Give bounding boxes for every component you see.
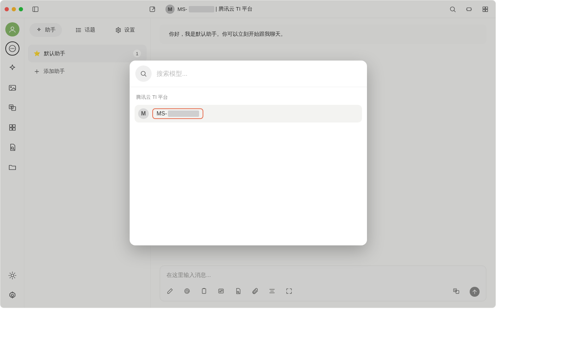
- image-icon: [8, 84, 17, 92]
- svg-rect-20: [13, 125, 15, 127]
- svg-point-31: [76, 30, 77, 30]
- search-icon: [140, 70, 147, 77]
- title-masked-segment: [189, 6, 214, 12]
- spacing-icon: [268, 288, 276, 295]
- nav-discover[interactable]: [5, 61, 20, 75]
- title-area[interactable]: M MS- | 腾讯云 TI 平台: [165, 5, 253, 14]
- plus-icon: [34, 68, 40, 75]
- model-name-prefix: MS-: [157, 110, 167, 117]
- svg-point-26: [11, 294, 13, 296]
- add-assistant-button[interactable]: 添加助手: [28, 62, 147, 80]
- svg-rect-8: [483, 9, 485, 11]
- maximize-window-button[interactable]: [19, 7, 23, 11]
- svg-point-12: [11, 49, 11, 49]
- tab-settings[interactable]: 设置: [109, 23, 141, 37]
- mention-button[interactable]: [183, 288, 191, 296]
- sun-icon: [8, 271, 17, 280]
- profile-button[interactable]: [5, 22, 19, 36]
- layout-icon: [465, 6, 473, 13]
- gear-small-icon: [115, 27, 121, 33]
- tab-topics[interactable]: 话题: [69, 23, 102, 37]
- theme-toggle[interactable]: [5, 268, 20, 283]
- sliders-icon: [217, 288, 225, 295]
- svg-point-14: [13, 49, 14, 49]
- send-button[interactable]: [470, 287, 480, 297]
- compose-button[interactable]: [146, 3, 158, 15]
- svg-rect-9: [486, 9, 488, 11]
- model-item[interactable]: M MS-: [135, 105, 362, 123]
- nav-translate[interactable]: [5, 100, 20, 115]
- sparkle-small-icon: [36, 27, 42, 33]
- format-button[interactable]: [268, 288, 276, 296]
- svg-point-25: [11, 274, 14, 277]
- title-prefix: MS-: [177, 6, 187, 12]
- screen-share-button[interactable]: [463, 3, 475, 15]
- tab-topics-label: 话题: [85, 27, 95, 33]
- nav-file-search[interactable]: [5, 140, 20, 155]
- translate-small-icon: [453, 288, 460, 295]
- assistant-list: ⭐ 默认助手 1 添加助手: [28, 45, 147, 80]
- svg-point-33: [118, 29, 119, 31]
- compose-icon: [149, 6, 156, 13]
- svg-point-10: [11, 27, 14, 30]
- grid-icon: [482, 6, 489, 13]
- modal-search-icon-wrapper: [135, 66, 152, 82]
- file-scan-button[interactable]: [234, 288, 242, 296]
- assistant-item-default[interactable]: ⭐ 默认助手 1: [28, 45, 147, 62]
- settings-button[interactable]: [5, 288, 20, 303]
- greeting-message: 你好，我是默认助手。你可以立刻开始跟我聊天。: [160, 24, 486, 44]
- svg-rect-22: [13, 128, 15, 130]
- minimize-window-button[interactable]: [12, 7, 16, 11]
- at-icon: [183, 288, 191, 295]
- prompt-button[interactable]: [200, 288, 208, 296]
- message-input-placeholder: 在这里输入消息...: [166, 272, 480, 279]
- model-search-input[interactable]: [157, 70, 361, 78]
- tab-assistant[interactable]: 助手: [29, 23, 62, 37]
- left-rail: [0, 18, 24, 308]
- assistant-item-label: 默认助手: [44, 50, 65, 57]
- apps-button[interactable]: [479, 3, 491, 15]
- svg-rect-21: [10, 128, 12, 130]
- modal-search-row: [130, 61, 367, 87]
- svg-line-24: [13, 149, 14, 150]
- toggle-sidebar-button[interactable]: [29, 3, 41, 15]
- add-assistant-label: 添加助手: [44, 68, 65, 75]
- sparkle-icon: [8, 64, 17, 72]
- svg-point-23: [11, 147, 13, 149]
- file-scan-icon: [234, 288, 242, 295]
- svg-rect-5: [467, 7, 471, 10]
- expand-button[interactable]: [285, 288, 293, 296]
- user-icon: [8, 25, 17, 34]
- arrow-up-icon: [471, 288, 478, 295]
- svg-point-32: [76, 31, 77, 32]
- svg-point-30: [76, 28, 77, 29]
- edit-button[interactable]: [166, 288, 174, 296]
- model-name-highlight: MS-: [152, 108, 203, 119]
- tab-settings-label: 设置: [124, 27, 135, 33]
- nav-images[interactable]: [5, 80, 20, 95]
- tab-assistant-label: 助手: [45, 27, 56, 33]
- apps-icon: [8, 123, 17, 132]
- input-toolbar: [166, 287, 480, 297]
- nav-files[interactable]: [5, 160, 20, 175]
- search-icon: [449, 6, 456, 13]
- translate-icon: [8, 103, 17, 112]
- assistant-item-count: 1: [133, 50, 141, 57]
- svg-point-16: [10, 87, 11, 88]
- panel-tabs: 助手 话题 设置: [28, 23, 147, 41]
- search-button[interactable]: [447, 3, 459, 15]
- model-group-label: 腾讯云 TI 平台: [135, 91, 362, 105]
- modal-body: 腾讯云 TI 平台 M MS-: [130, 87, 367, 245]
- model-name-masked: [168, 110, 199, 117]
- close-window-button[interactable]: [5, 7, 9, 11]
- star-icon: ⭐: [34, 50, 40, 57]
- nav-apps[interactable]: [5, 120, 20, 135]
- nav-chat[interactable]: [5, 41, 19, 56]
- svg-point-13: [12, 49, 12, 49]
- svg-rect-0: [33, 7, 38, 11]
- params-button[interactable]: [217, 288, 225, 296]
- app-window: M MS- | 腾讯云 TI 平台: [0, 0, 496, 308]
- message-input-container[interactable]: 在这里输入消息...: [160, 266, 486, 301]
- translate-input-button[interactable]: [453, 288, 460, 296]
- attach-button[interactable]: [251, 288, 259, 296]
